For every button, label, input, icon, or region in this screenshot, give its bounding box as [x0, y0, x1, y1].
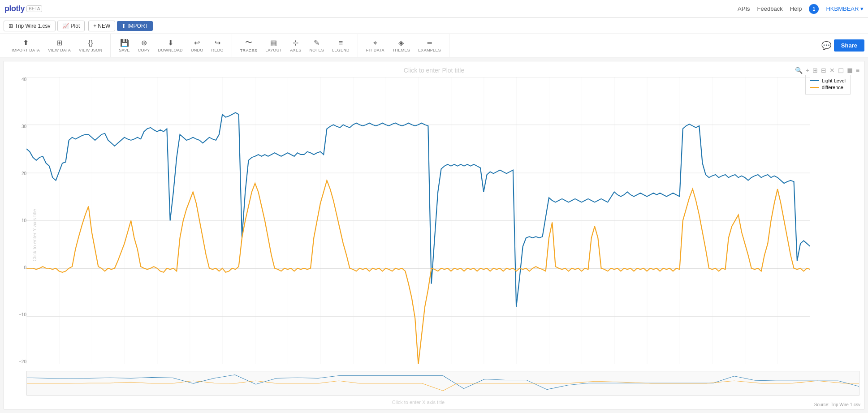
upload-icon: ⬆ [121, 23, 126, 29]
view-json-button[interactable]: {} VIEW JSON [75, 37, 106, 54]
toolbar: ⬆ IMPORT DATA ⊞ VIEW DATA {} VIEW JSON 💾… [0, 34, 868, 57]
save-button[interactable]: 💾 SAVE [115, 37, 134, 54]
chart-legend: Light Level difference [805, 75, 851, 95]
plot-tab[interactable]: 📈 Plot [57, 21, 85, 31]
plot-label: Plot [71, 23, 80, 29]
top-navbar: plotly BETA APIs Feedback Help 1 HKBMBEA… [0, 0, 868, 18]
undo-icon: ↩ [194, 39, 200, 47]
themes-button[interactable]: ◈ THEMES [389, 37, 414, 54]
themes-icon: ◈ [398, 39, 404, 47]
copy-button[interactable]: ⊕ COPY [134, 37, 154, 54]
rect-select-icon[interactable]: ◻ [837, 65, 845, 75]
y-tick-30: 30 [13, 124, 26, 129]
analysis-tools-group: ⌖ FIT DATA ◈ THEMES ≣ EXAMPLES [358, 34, 449, 57]
y-tick-40: 40 [13, 77, 26, 82]
axes-icon: ⊹ [293, 39, 298, 47]
legend-button[interactable]: ≡ LEGEND [328, 37, 353, 54]
lasso-icon[interactable]: ◼ [846, 65, 854, 75]
view-data-button[interactable]: ⊞ VIEW DATA [44, 37, 74, 54]
y-tick-neg20: −20 [13, 359, 26, 364]
add-trace-icon[interactable]: + [805, 66, 810, 75]
undo-button[interactable]: ↩ UNDO [187, 37, 207, 54]
fit-data-icon: ⌖ [373, 39, 377, 47]
plot-title[interactable]: Click to enter Plot title [4, 61, 864, 76]
y-tick-0: 0 [13, 265, 26, 270]
svg-rect-8 [27, 371, 859, 395]
layout-icon: ▦ [270, 39, 277, 47]
grid-icon: ⊞ [9, 23, 13, 29]
zoom-in-icon[interactable]: 🔍 [794, 66, 803, 75]
data-tools-group: ⬆ IMPORT DATA ⊞ VIEW DATA {} VIEW JSON [4, 34, 111, 57]
legend-icon: ≡ [339, 39, 343, 47]
new-button[interactable]: + NEW [88, 21, 115, 31]
view-json-icon: {} [88, 39, 93, 47]
legend-label-light-level: Light Level [822, 78, 846, 83]
download-icon: ⬇ [168, 39, 173, 47]
notes-icon: ✎ [314, 39, 320, 47]
fit-data-button[interactable]: ⌖ FIT DATA [363, 37, 388, 54]
download-button[interactable]: ⬇ DOWNLOAD [155, 37, 186, 54]
legend-line-blue [810, 80, 819, 81]
share-button[interactable]: Share [834, 39, 864, 52]
layout-button[interactable]: ▦ LAYOUT [262, 37, 285, 54]
logo-text[interactable]: plotly [4, 4, 25, 13]
deselect-icon[interactable]: ⊟ [820, 66, 827, 75]
topbar-right: APIs Feedback Help 1 HKBMBEAR ▾ [738, 4, 864, 14]
source-text: Source: Trip Wire 1.csv [814, 402, 860, 407]
file-label: Trip Wire 1.csv [15, 23, 51, 29]
y-tick-10: 10 [13, 218, 26, 223]
crosshair-icon[interactable]: ✕ [829, 66, 836, 75]
x-axis-title[interactable]: Click to enter X axis title [26, 399, 810, 407]
traces-button[interactable]: 〜 TRACES [237, 36, 261, 55]
import-data-icon: ⬆ [23, 39, 29, 47]
axes-button[interactable]: ⊹ AXES [286, 37, 305, 54]
topbar-left: plotly BETA [4, 4, 42, 13]
view-data-icon: ⊞ [56, 39, 62, 47]
copy-icon: ⊕ [141, 39, 147, 47]
notes-button[interactable]: ✎ NOTES [306, 37, 328, 54]
chart-toolbar: 🔍 + ⊞ ⊟ ✕ ◻ ◼ ≡ [794, 65, 860, 75]
import-button[interactable]: ⬆ IMPORT [117, 21, 152, 31]
redo-icon: ↪ [215, 39, 220, 47]
file-tools-group: 💾 SAVE ⊕ COPY ⬇ DOWNLOAD ↩ UNDO ↪ REDO [111, 34, 232, 57]
chart-svg [26, 77, 810, 364]
apis-link[interactable]: APIs [738, 5, 750, 12]
menu-icon[interactable]: ≡ [855, 66, 860, 75]
main-content: Click to enter Plot title 🔍 + ⊞ ⊟ ✕ ◻ ◼ … [0, 57, 868, 413]
minimap[interactable] [26, 371, 859, 396]
logo-area: plotly BETA [4, 4, 42, 13]
chart-icon: 📈 [62, 23, 69, 29]
legend-item-difference[interactable]: difference [810, 85, 846, 90]
file-tab[interactable]: ⊞ Trip Wire 1.csv [4, 21, 56, 31]
legend-label-difference: difference [822, 85, 843, 90]
chevron-icon: ▾ [860, 5, 864, 12]
beta-badge: BETA [26, 5, 42, 12]
import-data-button[interactable]: ⬆ IMPORT DATA [8, 37, 43, 54]
user-badge[interactable]: 1 [809, 4, 819, 14]
plus-icon: + [93, 23, 96, 29]
examples-button[interactable]: ≣ EXAMPLES [415, 37, 445, 54]
examples-icon: ≣ [427, 39, 432, 47]
select-box-icon[interactable]: ⊞ [812, 66, 819, 75]
y-tick-neg10: −10 [13, 312, 26, 317]
save-icon: 💾 [120, 39, 129, 47]
help-link[interactable]: Help [790, 5, 802, 12]
y-axis-ticks: 40 30 20 10 0 −10 −20 [13, 77, 26, 364]
chart-container: Click to enter Plot title 🔍 + ⊞ ⊟ ✕ ◻ ◼ … [4, 61, 864, 409]
secondary-bar: ⊞ Trip Wire 1.csv 📈 Plot + NEW ⬆ IMPORT [0, 18, 868, 34]
chart-tools-group: 〜 TRACES ▦ LAYOUT ⊹ AXES ✎ NOTES ≡ LEGEN… [232, 34, 358, 57]
redo-button[interactable]: ↪ REDO [208, 37, 227, 54]
traces-icon: 〜 [245, 38, 252, 47]
legend-line-orange [810, 87, 819, 88]
username[interactable]: HKBMBEAR ▾ [826, 5, 864, 12]
chart-svg-wrapper [26, 77, 810, 364]
y-tick-20: 20 [13, 171, 26, 176]
legend-item-light-level[interactable]: Light Level [810, 78, 846, 83]
chat-icon[interactable]: 💬 [821, 41, 831, 51]
feedback-link[interactable]: Feedback [757, 5, 783, 12]
